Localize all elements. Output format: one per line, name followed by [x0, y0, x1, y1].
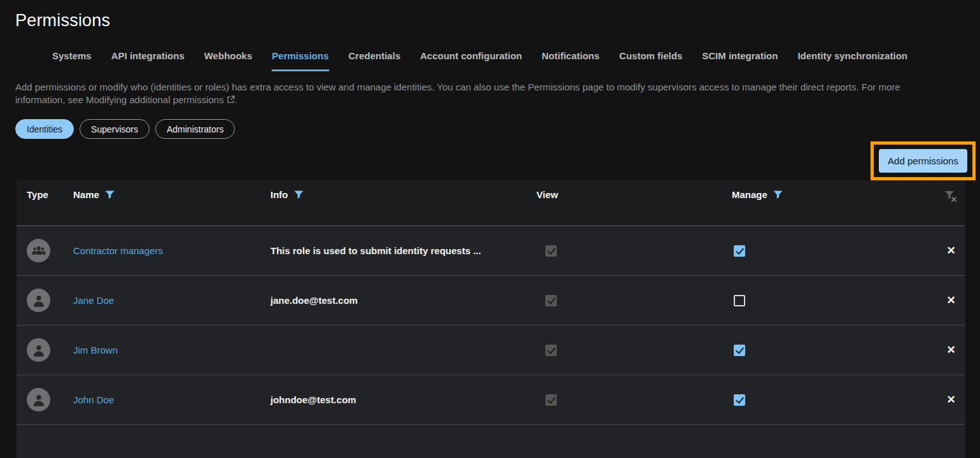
person-avatar-icon	[27, 289, 50, 312]
filter-pill-group: Identities Supervisors Administrators	[15, 119, 980, 139]
tab-api-integrations[interactable]: API integrations	[111, 50, 185, 71]
row-name-link[interactable]: Jane Doe	[73, 295, 270, 306]
person-avatar-icon	[27, 338, 50, 362]
row-info-text: This role is used to submit identity req…	[270, 245, 536, 256]
highlight-box: Add permissions	[871, 141, 976, 180]
filter-icon-info[interactable]	[294, 190, 304, 199]
person-avatar-icon	[27, 388, 50, 411]
view-checkbox[interactable]	[545, 394, 557, 406]
column-header-type: Type	[27, 189, 48, 200]
row-name-link[interactable]: John Doe	[73, 394, 270, 405]
description-suffix: .	[235, 94, 237, 105]
filter-icon-manage[interactable]	[773, 190, 783, 199]
row-name-link[interactable]: Jim Brown	[73, 345, 270, 355]
add-permissions-button[interactable]: Add permissions	[879, 149, 967, 173]
filter-icon-name[interactable]	[105, 190, 115, 199]
row-info-text: johndoe@test.com	[270, 394, 536, 405]
tab-custom-fields[interactable]: Custom fields	[619, 50, 682, 71]
permissions-table: Type Name Info View Manage Contractor ma…	[17, 180, 965, 458]
view-checkbox[interactable]	[545, 295, 557, 306]
tab-scim-integration[interactable]: SCIM integration	[702, 50, 778, 71]
column-header-info: Info	[270, 189, 288, 200]
page-description: Add permissions or modify who (identitie…	[15, 81, 952, 107]
column-header-manage: Manage	[732, 189, 767, 200]
modifying-permissions-link[interactable]: Modifying additional permissions	[86, 94, 224, 105]
remove-row-icon[interactable]: ✕	[944, 392, 958, 408]
manage-checkbox[interactable]	[734, 394, 745, 406]
tab-permissions[interactable]: Permissions	[272, 50, 328, 71]
pill-administrators[interactable]: Administrators	[155, 119, 235, 139]
table-empty-area	[17, 425, 965, 458]
remove-row-icon[interactable]: ✕	[944, 342, 958, 358]
manage-checkbox[interactable]	[734, 345, 745, 356]
pill-supervisors[interactable]: Supervisors	[80, 119, 150, 139]
group-avatar-icon	[27, 239, 50, 262]
tab-webhooks[interactable]: Webhooks	[204, 50, 253, 71]
row-info-text: jane.doe@test.com	[270, 295, 536, 306]
table-row: Jane Doe jane.doe@test.com ✕	[17, 276, 965, 326]
clear-filters-icon[interactable]	[944, 190, 958, 204]
tab-identity-synchronization[interactable]: Identity synchronization	[797, 50, 907, 71]
pill-identities[interactable]: Identities	[15, 119, 74, 139]
table-row: Contractor managers This role is used to…	[17, 226, 965, 276]
external-link-icon	[227, 94, 235, 107]
view-checkbox[interactable]	[545, 245, 557, 257]
table-header-row: Type Name Info View Manage	[17, 180, 965, 226]
page-title: Permissions	[15, 11, 980, 31]
tab-credentials[interactable]: Credentials	[349, 50, 401, 71]
table-row: Jim Brown ✕	[17, 326, 965, 375]
table-row: John Doe johndoe@test.com ✕	[17, 375, 965, 425]
column-header-name: Name	[73, 189, 99, 200]
tab-notifications[interactable]: Notifications	[542, 50, 599, 71]
table-body: Contractor managers This role is used to…	[17, 226, 965, 458]
remove-row-icon[interactable]: ✕	[944, 243, 958, 259]
tab-systems[interactable]: Systems	[52, 50, 92, 71]
manage-checkbox[interactable]	[734, 245, 745, 257]
view-checkbox[interactable]	[545, 345, 557, 356]
remove-row-icon[interactable]: ✕	[944, 292, 958, 308]
tab-account-configuration[interactable]: Account configuration	[420, 50, 522, 71]
tab-bar: Systems API integrations Webhooks Permis…	[52, 50, 980, 71]
column-header-view: View	[536, 189, 558, 200]
manage-checkbox[interactable]	[734, 295, 745, 306]
row-name-link[interactable]: Contractor managers	[73, 245, 270, 256]
